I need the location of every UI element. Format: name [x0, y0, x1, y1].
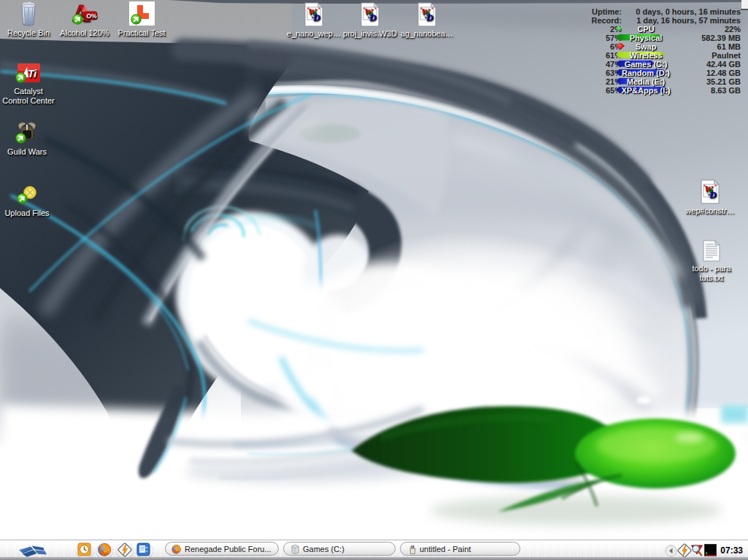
- svg-text:Ti: Ti: [28, 68, 37, 79]
- svg-text:D: D: [425, 12, 433, 23]
- svg-text:D: D: [369, 12, 377, 23]
- svg-text:D: D: [709, 189, 717, 200]
- svg-text:O%: O%: [87, 12, 98, 20]
- svg-text:D: D: [312, 12, 320, 23]
